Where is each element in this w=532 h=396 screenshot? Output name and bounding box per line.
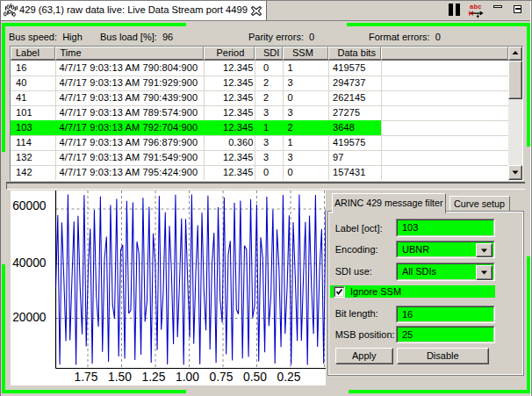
- svg-text:1.75: 1.75: [75, 371, 98, 384]
- svg-text:0.25: 0.25: [277, 371, 301, 384]
- svg-text:0.75: 0.75: [210, 371, 234, 384]
- svg-text:1.25: 1.25: [142, 371, 166, 384]
- svg-text:60000: 60000: [12, 199, 47, 212]
- svg-text:20000: 20000: [12, 311, 47, 324]
- svg-text:abc: abc: [470, 3, 482, 11]
- svg-text:1.00: 1.00: [176, 371, 199, 384]
- svg-text:0.50: 0.50: [243, 371, 267, 384]
- svg-text:40000: 40000: [12, 256, 47, 270]
- svg-text:1.50: 1.50: [108, 371, 132, 384]
